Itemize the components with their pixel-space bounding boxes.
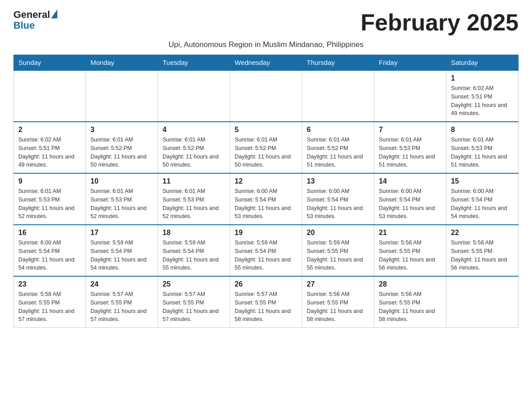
col-header-wednesday: Wednesday [230,55,302,71]
day-info: Sunrise: 5:59 AMSunset: 5:54 PMDaylight:… [235,239,297,272]
calendar-cell-w3-d6: 14Sunrise: 6:00 AMSunset: 5:54 PMDayligh… [374,173,446,225]
day-number: 23 [18,280,81,288]
day-number: 19 [235,229,297,237]
day-number: 18 [163,229,225,237]
calendar-week-5: 23Sunrise: 5:58 AMSunset: 5:55 PMDayligh… [14,276,519,328]
calendar-cell-w1-d3 [158,70,230,122]
day-info: Sunrise: 6:01 AMSunset: 5:52 PMDaylight:… [307,136,369,169]
calendar-cell-w3-d3: 11Sunrise: 6:01 AMSunset: 5:53 PMDayligh… [158,173,230,225]
logo-blue-text: Blue [13,20,35,31]
calendar-cell-w2-d3: 4Sunrise: 6:01 AMSunset: 5:52 PMDaylight… [158,122,230,173]
day-info: Sunrise: 5:57 AMSunset: 5:55 PMDaylight:… [235,290,297,324]
day-info: Sunrise: 6:00 AMSunset: 5:54 PMDaylight:… [451,187,514,221]
col-header-monday: Monday [86,55,158,71]
day-number: 10 [90,177,153,185]
day-number: 3 [90,126,153,134]
col-header-thursday: Thursday [302,55,374,71]
logo: General Blue [13,9,57,31]
calendar-table: Sunday Monday Tuesday Wednesday Thursday… [13,55,519,328]
day-number: 11 [163,177,225,185]
day-number: 2 [18,126,81,134]
calendar-cell-w4-d4: 19Sunrise: 5:59 AMSunset: 5:54 PMDayligh… [230,225,302,276]
day-number: 17 [90,229,153,237]
calendar-cell-w2-d2: 3Sunrise: 6:01 AMSunset: 5:52 PMDaylight… [86,122,158,173]
day-number: 27 [307,280,369,288]
day-info: Sunrise: 6:01 AMSunset: 5:53 PMDaylight:… [451,136,514,169]
calendar-cell-w2-d1: 2Sunrise: 6:02 AMSunset: 5:51 PMDaylight… [14,122,86,173]
day-number: 5 [235,126,297,134]
day-number: 4 [163,126,225,134]
calendar-cell-w5-d4: 26Sunrise: 5:57 AMSunset: 5:55 PMDayligh… [230,276,302,328]
day-info: Sunrise: 6:01 AMSunset: 5:53 PMDaylight:… [163,187,225,221]
day-number: 25 [163,280,225,288]
header: General Blue February 2025 [13,9,519,36]
day-number: 15 [451,177,514,185]
day-info: Sunrise: 5:58 AMSunset: 5:55 PMDaylight:… [451,239,514,272]
calendar-cell-w4-d5: 20Sunrise: 5:59 AMSunset: 5:55 PMDayligh… [302,225,374,276]
calendar-cell-w4-d7: 22Sunrise: 5:58 AMSunset: 5:55 PMDayligh… [446,225,519,276]
calendar-cell-w3-d7: 15Sunrise: 6:00 AMSunset: 5:54 PMDayligh… [446,173,519,225]
day-info: Sunrise: 6:00 AMSunset: 5:54 PMDaylight:… [18,239,81,272]
day-info: Sunrise: 5:59 AMSunset: 5:54 PMDaylight:… [163,239,225,272]
day-number: 9 [18,177,81,185]
calendar-week-4: 16Sunrise: 6:00 AMSunset: 5:54 PMDayligh… [14,225,519,276]
calendar-cell-w3-d4: 12Sunrise: 6:00 AMSunset: 5:54 PMDayligh… [230,173,302,225]
day-info: Sunrise: 6:01 AMSunset: 5:52 PMDaylight:… [235,136,297,169]
calendar-cell-w1-d4 [230,70,302,122]
month-title: February 2025 [360,9,519,36]
calendar-cell-w1-d5 [302,70,374,122]
day-info: Sunrise: 5:59 AMSunset: 5:54 PMDaylight:… [90,239,153,272]
day-number: 21 [379,229,442,237]
day-number: 13 [307,177,369,185]
col-header-tuesday: Tuesday [158,55,230,71]
day-number: 12 [235,177,297,185]
calendar-cell-w1-d7: 1Sunrise: 6:02 AMSunset: 5:51 PMDaylight… [446,70,519,122]
calendar-cell-w4-d2: 17Sunrise: 5:59 AMSunset: 5:54 PMDayligh… [86,225,158,276]
calendar-cell-w4-d3: 18Sunrise: 5:59 AMSunset: 5:54 PMDayligh… [158,225,230,276]
day-number: 28 [379,280,442,288]
calendar-cell-w1-d2 [86,70,158,122]
day-info: Sunrise: 5:57 AMSunset: 5:55 PMDaylight:… [90,290,153,324]
day-info: Sunrise: 6:01 AMSunset: 5:53 PMDaylight:… [379,136,442,169]
calendar-cell-w3-d5: 13Sunrise: 6:00 AMSunset: 5:54 PMDayligh… [302,173,374,225]
calendar-week-2: 2Sunrise: 6:02 AMSunset: 5:51 PMDaylight… [14,122,519,173]
day-number: 6 [307,126,369,134]
calendar-cell-w2-d5: 6Sunrise: 6:01 AMSunset: 5:52 PMDaylight… [302,122,374,173]
day-number: 14 [379,177,442,185]
day-info: Sunrise: 6:01 AMSunset: 5:52 PMDaylight:… [163,136,225,169]
calendar-cell-w2-d6: 7Sunrise: 6:01 AMSunset: 5:53 PMDaylight… [374,122,446,173]
day-info: Sunrise: 6:01 AMSunset: 5:52 PMDaylight:… [90,136,153,169]
day-number: 8 [451,126,514,134]
calendar-cell-w3-d1: 9Sunrise: 6:01 AMSunset: 5:53 PMDaylight… [14,173,86,225]
logo-general-text: General [13,9,50,21]
day-info: Sunrise: 6:00 AMSunset: 5:54 PMDaylight:… [235,187,297,221]
calendar-cell-w2-d7: 8Sunrise: 6:01 AMSunset: 5:53 PMDaylight… [446,122,519,173]
day-info: Sunrise: 6:01 AMSunset: 5:53 PMDaylight:… [90,187,153,221]
day-info: Sunrise: 5:58 AMSunset: 5:55 PMDaylight:… [379,239,442,272]
day-info: Sunrise: 6:02 AMSunset: 5:51 PMDaylight:… [451,84,514,118]
day-number: 1 [451,74,514,82]
calendar-cell-w5-d3: 25Sunrise: 5:57 AMSunset: 5:55 PMDayligh… [158,276,230,328]
day-number: 26 [235,280,297,288]
day-number: 24 [90,280,153,288]
calendar-cell-w5-d1: 23Sunrise: 5:58 AMSunset: 5:55 PMDayligh… [14,276,86,328]
calendar-week-1: 1Sunrise: 6:02 AMSunset: 5:51 PMDaylight… [14,70,519,122]
day-info: Sunrise: 5:56 AMSunset: 5:55 PMDaylight:… [379,290,442,324]
col-header-friday: Friday [374,55,446,71]
calendar-header-row: Sunday Monday Tuesday Wednesday Thursday… [14,55,519,71]
day-info: Sunrise: 6:01 AMSunset: 5:53 PMDaylight:… [18,187,81,221]
calendar-week-3: 9Sunrise: 6:01 AMSunset: 5:53 PMDaylight… [14,173,519,225]
calendar-cell-w4-d1: 16Sunrise: 6:00 AMSunset: 5:54 PMDayligh… [14,225,86,276]
day-number: 20 [307,229,369,237]
calendar-subtitle: Upi, Autonomous Region in Muslim Mindana… [13,40,519,49]
col-header-sunday: Sunday [14,55,86,71]
day-number: 7 [379,126,442,134]
day-info: Sunrise: 6:02 AMSunset: 5:51 PMDaylight:… [18,136,81,169]
day-number: 16 [18,229,81,237]
day-info: Sunrise: 5:57 AMSunset: 5:55 PMDaylight:… [163,290,225,324]
calendar-cell-w5-d7 [446,276,519,328]
logo-triangle-icon [51,9,57,18]
day-info: Sunrise: 5:56 AMSunset: 5:55 PMDaylight:… [307,290,369,324]
calendar-cell-w1-d1 [14,70,86,122]
day-number: 22 [451,229,514,237]
